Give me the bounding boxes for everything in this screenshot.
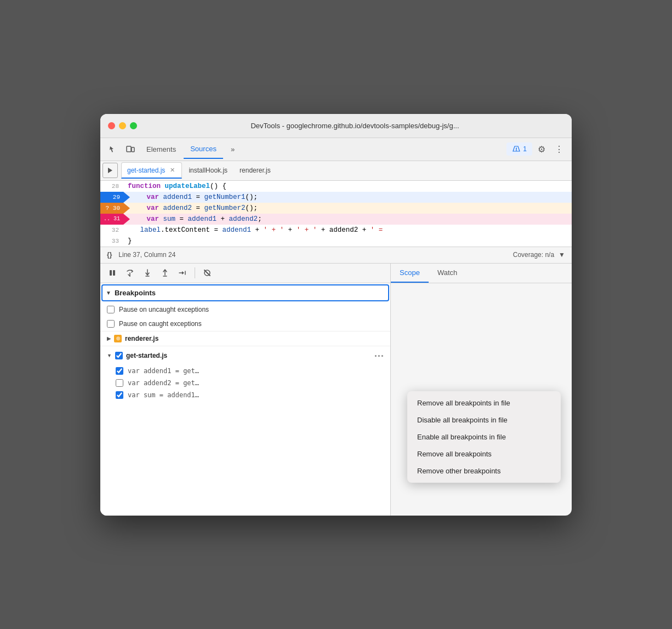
code-line-29: 29 var addend1 = getNumber1(); [100, 192, 572, 203]
bp-checkbox-2[interactable] [116, 379, 123, 387]
bottom-panel: ▼ Breakpoints Pause on uncaught exceptio… [100, 264, 572, 516]
tab-elements[interactable]: Elements [140, 139, 183, 159]
arrow-marker-pink [123, 214, 130, 225]
code-line-28: 28 function updateLabel() { [100, 181, 572, 192]
svg-rect-4 [113, 270, 115, 276]
pause-caught-row: Pause on caught exceptions [100, 317, 390, 331]
close-tab-icon[interactable]: ✕ [168, 167, 176, 174]
file-tab-get-started[interactable]: get-started.js ✕ [121, 162, 182, 179]
step-over-button[interactable] [122, 265, 138, 281]
inspect-icon[interactable] [105, 141, 121, 157]
device-toolbar-icon[interactable] [122, 141, 139, 157]
file-tabs: get-started.js ✕ installHook.js renderer… [100, 161, 572, 181]
file-group-renderer: ▶ ◎ renderer.js [100, 331, 390, 346]
code-editor: 28 function updateLabel() { 29 var adden… [100, 181, 572, 247]
bp-checkbox-3[interactable] [116, 391, 123, 399]
bp-code-1: var addend1 = get… [128, 367, 199, 375]
breakpoints-header[interactable]: ▼ Breakpoints [101, 284, 389, 301]
step-into-button[interactable] [140, 265, 155, 281]
file-group-renderer-header[interactable]: ▶ ◎ renderer.js [100, 331, 390, 346]
maximize-button[interactable] [130, 122, 137, 129]
file-name-get-started: get-started.js [126, 352, 167, 359]
toolbar-separator [195, 267, 195, 278]
breakpoints-label: Breakpoints [115, 289, 156, 297]
tab-sources[interactable]: Sources [184, 139, 223, 159]
file-group-get-started-header[interactable]: ▼ get-started.js ⋯ [100, 346, 390, 365]
devtools-window: DevTools - googlechrome.github.io/devtoo… [100, 114, 572, 516]
bp-item-3: var sum = addend1… [100, 389, 390, 401]
pause-uncaught-checkbox[interactable] [107, 306, 115, 313]
arrow-marker-orange [123, 203, 130, 214]
step-out-button[interactable] [157, 265, 173, 281]
code-line-31: .. 31 var sum = addend1 + addend2; [100, 214, 572, 225]
coverage-dropdown-icon[interactable]: ▼ [559, 251, 565, 259]
tab-watch[interactable]: Watch [429, 264, 466, 283]
code-line-30: ? 30 var addend2 = getNumber2(); [100, 203, 572, 214]
pause-button[interactable] [105, 265, 120, 281]
chevron-right-icon: ▶ [107, 336, 111, 341]
titlebar: DevTools - googlechrome.github.io/devtoo… [100, 114, 572, 138]
file-tab-installHook[interactable]: installHook.js [183, 162, 233, 179]
pause-uncaught-label: Pause on uncaught exceptions [119, 306, 209, 313]
arrow-marker-blue [123, 192, 130, 203]
minimize-button[interactable] [119, 122, 126, 129]
panel-icon[interactable] [102, 163, 118, 178]
pause-uncaught-row: Pause on uncaught exceptions [100, 302, 390, 317]
badge-count: 1 [523, 145, 527, 153]
code-line-32: 32 label.textContent = addend1 + ' + ' +… [100, 225, 572, 236]
coverage-label: Coverage: n/a [513, 251, 554, 259]
context-menu-item-enable-all-file[interactable]: Enable all breakpoints in file [407, 428, 561, 445]
chevron-down-icon-2: ▼ [107, 353, 112, 358]
close-button[interactable] [108, 122, 115, 129]
breakpoints-panel: ▼ Breakpoints Pause on uncaught exceptio… [100, 283, 390, 516]
svg-rect-0 [127, 146, 131, 152]
step-button[interactable] [175, 265, 190, 281]
bp-code-2: var addend2 = get… [128, 379, 199, 387]
traffic-lights [108, 122, 137, 129]
devtools-tabbar: Elements Sources » 1 ⚙ ⋮ [100, 138, 572, 161]
code-line-33: 33 } [100, 236, 572, 247]
file-icon-renderer: ◎ [114, 335, 122, 342]
context-menu-item-remove-all[interactable]: Remove all breakpoints [407, 445, 561, 462]
left-panel: ▼ Breakpoints Pause on uncaught exceptio… [100, 264, 391, 516]
status-bar: {} Line 37, Column 24 Coverage: n/a ▼ [100, 247, 572, 264]
tab-more[interactable]: » [224, 139, 241, 159]
notification-badge[interactable]: 1 [506, 142, 532, 156]
context-menu: Remove all breakpoints in file Disable a… [407, 391, 561, 483]
scope-tabs: Scope Watch [391, 264, 572, 283]
file-name-renderer: renderer.js [125, 335, 158, 342]
cursor-position: Line 37, Column 24 [118, 251, 175, 259]
context-menu-item-remove-all-file[interactable]: Remove all breakpoints in file [407, 394, 561, 411]
deactivate-breakpoints-button[interactable] [200, 265, 215, 281]
settings-icon[interactable]: ⚙ [533, 141, 550, 157]
file-group-checkbox[interactable] [115, 352, 123, 359]
pause-caught-label: Pause on caught exceptions [119, 320, 202, 328]
debug-toolbar [100, 264, 390, 283]
svg-rect-1 [132, 147, 134, 152]
window-title: DevTools - googlechrome.github.io/devtoo… [146, 122, 564, 130]
format-icon[interactable]: {} [107, 251, 112, 259]
svg-marker-2 [108, 168, 112, 173]
svg-rect-3 [110, 270, 112, 276]
file-group-get-started: ▼ get-started.js ⋯ var addend1 = get… va… [100, 346, 390, 401]
bp-item-2: var addend2 = get… [100, 377, 390, 389]
tab-scope[interactable]: Scope [391, 264, 429, 283]
context-menu-item-remove-other[interactable]: Remove other breakpoints [407, 462, 561, 479]
bp-item-1: var addend1 = get… [100, 365, 390, 377]
file-group-more-icon[interactable]: ⋯ [374, 350, 384, 362]
context-menu-item-disable-all-file[interactable]: Disable all breakpoints in file [407, 411, 561, 428]
bp-code-3: var sum = addend1… [128, 391, 199, 399]
chevron-down-icon: ▼ [106, 290, 111, 296]
bp-checkbox-1[interactable] [116, 367, 123, 375]
file-tab-renderer[interactable]: renderer.js [234, 162, 276, 179]
pause-caught-checkbox[interactable] [107, 320, 115, 328]
more-options-icon[interactable]: ⋮ [551, 141, 567, 157]
